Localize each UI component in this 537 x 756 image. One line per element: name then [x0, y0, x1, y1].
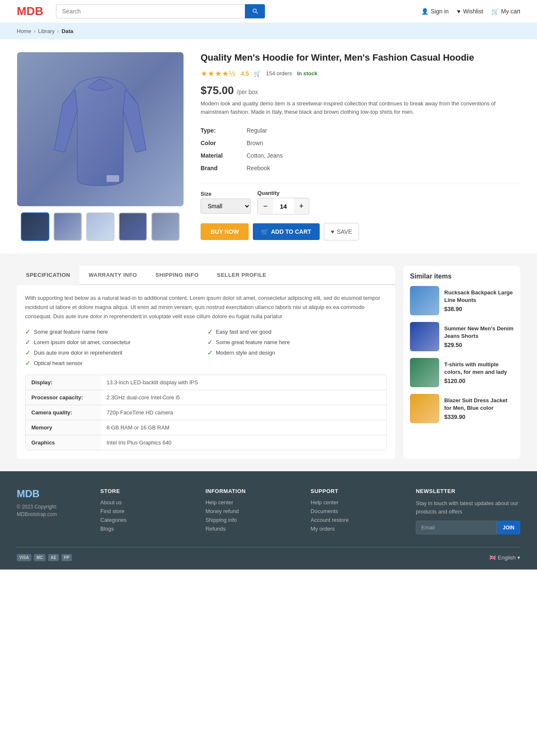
similar-item-image [410, 286, 439, 315]
newsletter-description: Stay in touch with latest updates about … [416, 499, 520, 516]
tab-shipping[interactable]: SHIPPING INFO [146, 266, 208, 285]
breadcrumb-home[interactable]: Home [17, 28, 31, 34]
similar-item-image [410, 322, 439, 351]
newsletter-form: JOIN [416, 521, 520, 534]
add-to-cart-button[interactable]: 🛒 ADD TO CART [253, 223, 319, 240]
similar-item-name: Summer New Men's Denim Jeans Shorts [444, 325, 514, 340]
spec-panel: SPECIFICATIONWARRANTY INFOSHIPPING INFOS… [17, 266, 395, 459]
product-details: Quality Men's Hoodie for Winter, Men's F… [201, 52, 520, 241]
spec-detail-row: Memory8 GB RAM or 16 GB RAM [25, 420, 386, 435]
checkmark-icon: ✓ [207, 338, 213, 346]
spec-detail-rows: Display:13.3-inch LED-backlit display wi… [25, 375, 387, 450]
thumbnail-2[interactable] [53, 212, 82, 241]
header: MDB 👤 Sign in ♥ Wishlist 🛒 My cart [0, 0, 537, 23]
svg-rect-0 [107, 175, 119, 182]
breadcrumb-sep-2: › [57, 28, 59, 34]
lower-section: SPECIFICATIONWARRANTY INFOSHIPPING INFOS… [0, 253, 537, 471]
buy-now-button[interactable]: BUY NOW [201, 223, 249, 240]
spec-detail-row: GraphicsIntel Iris Plus Graphics 640 [25, 435, 386, 450]
quantity-control: − + [257, 198, 309, 215]
payment-icon: VISA [17, 554, 31, 561]
similar-item-price: $29.50 [444, 342, 514, 348]
footer-link[interactable]: Shipping info [206, 517, 294, 523]
checkmark-icon: ✓ [25, 328, 31, 336]
checkmark-icon: ✓ [207, 328, 213, 336]
checkmark-icon: ✓ [25, 359, 31, 367]
similar-panel: Similar items Rucksack Backpack Large Li… [403, 266, 520, 459]
product-section: Quality Men's Hoodie for Winter, Men's F… [0, 39, 537, 253]
quantity-input[interactable] [273, 203, 294, 210]
size-select[interactable]: SmallMediumLargeXLXXL [201, 199, 251, 214]
cart-icon: 🛒 [261, 228, 268, 235]
footer-link[interactable]: Help center [206, 499, 294, 506]
footer-link[interactable]: Refunds [206, 526, 294, 532]
feature-item: ✓Optical heart sensor [25, 359, 205, 367]
payment-icons: VISAMCAEPP [17, 554, 72, 561]
breadcrumb-library[interactable]: Library [38, 28, 55, 34]
checkmark-icon: ✓ [25, 338, 31, 346]
product-meta: ★★★★½ 4.5 🛒 154 orders In stock [201, 69, 520, 78]
thumbnail-4[interactable] [119, 212, 147, 241]
features-list: ✓Some great feature name here✓Easy fast … [25, 328, 387, 367]
quantity-increase-button[interactable]: + [294, 198, 309, 214]
heart-icon: ♥ [457, 8, 461, 15]
tab-specification[interactable]: SPECIFICATION [17, 266, 79, 285]
product-price: $75.00 /per box [201, 84, 520, 97]
feature-item: ✓Modern style and design [207, 349, 387, 357]
product-specs-table: Type:RegularColorBrownMaterialCotton, Je… [201, 124, 520, 174]
footer-store-title: STORE [100, 488, 189, 494]
footer-support-links: Help centerDocumentsAccount restoreMy or… [310, 499, 399, 532]
wishlist-link[interactable]: ♥ Wishlist [457, 8, 484, 15]
thumbnail-1[interactable] [21, 212, 49, 241]
save-button[interactable]: ♥ SAVE [324, 223, 359, 240]
similar-item[interactable]: Summer New Men's Denim Jeans Shorts $29.… [410, 322, 514, 351]
search-input[interactable] [56, 4, 245, 18]
footer-store-col: STORE About usFind storeCategoriesBlogs [100, 488, 189, 534]
star-rating: ★★★★½ [201, 69, 236, 78]
similar-title: Similar items [410, 273, 514, 280]
language-selector[interactable]: 🇬🇧 English ▾ [489, 554, 520, 561]
purchase-options: Size SmallMediumLargeXLXXL Quantity − + [201, 190, 520, 215]
similar-item-price: $38.90 [444, 306, 514, 312]
footer-link[interactable]: Blogs [100, 526, 189, 532]
tab-warranty[interactable]: WARRANTY INFO [79, 266, 146, 285]
footer-link[interactable]: Account restore [310, 517, 399, 523]
tab-seller[interactable]: SELLER PROFILE [208, 266, 275, 285]
size-label: Size [201, 191, 251, 197]
similar-item-price: $339.90 [444, 414, 514, 420]
footer-store-links: About usFind storeCategoriesBlogs [100, 499, 189, 532]
search-button[interactable] [245, 4, 265, 18]
footer-link[interactable]: Categories [100, 517, 189, 523]
thumbnail-5[interactable] [151, 212, 180, 241]
newsletter-join-button[interactable]: JOIN [497, 521, 520, 534]
footer-link[interactable]: Money refund [206, 508, 294, 514]
feature-item: ✓Easy fast and ver good [207, 328, 387, 336]
similar-items-list: Rucksack Backpack Large Line Mounts $38.… [410, 286, 514, 423]
heart-icon: ♥ [331, 228, 334, 235]
footer-link[interactable]: My orders [310, 526, 399, 532]
similar-item[interactable]: Rucksack Backpack Large Line Mounts $38.… [410, 286, 514, 315]
orders-icon: 🛒 [254, 70, 261, 77]
main-product-image [17, 52, 184, 207]
product-images [17, 52, 184, 241]
similar-item-image [410, 358, 439, 387]
breadcrumb-current: Data [61, 28, 73, 34]
quantity-label: Quantity [257, 190, 309, 196]
feature-item: ✓Duis aute irure dolor in reprehenderit [25, 349, 205, 357]
quantity-decrease-button[interactable]: − [258, 198, 273, 214]
cart-link[interactable]: 🛒 My cart [491, 8, 520, 15]
footer-info-links: Help centerMoney refundShipping infoRefu… [206, 499, 294, 532]
footer-link[interactable]: Documents [310, 508, 399, 514]
feature-item: ✓Some great feature name here [25, 328, 205, 336]
similar-item-image [410, 394, 439, 423]
footer-link[interactable]: Find store [100, 508, 189, 514]
similar-item[interactable]: T-shirts with multiple colors, for men a… [410, 358, 514, 387]
sign-in-link[interactable]: 👤 Sign in [421, 8, 449, 15]
footer-link[interactable]: Help center [310, 499, 399, 506]
similar-item[interactable]: Blazer Suit Dress Jacket for Men, Blue c… [410, 394, 514, 423]
newsletter-email-input[interactable] [416, 521, 497, 534]
payment-icon: PP [61, 554, 72, 561]
footer-support-title: SUPPORT [310, 488, 399, 494]
thumbnail-3[interactable] [86, 212, 115, 241]
footer-link[interactable]: About us [100, 499, 189, 506]
